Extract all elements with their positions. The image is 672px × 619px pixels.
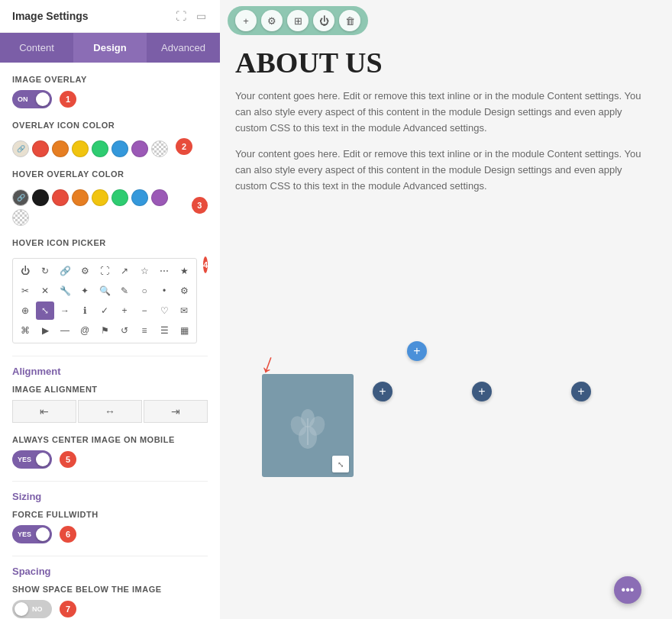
icon-cell-info[interactable]: ℹ	[76, 301, 94, 320]
toolbar-trash-btn[interactable]: 🗑	[339, 10, 360, 31]
color-swatch-dark[interactable]: 🔗	[12, 189, 29, 206]
color-swatch-blue[interactable]	[111, 140, 128, 157]
icon-cell-share[interactable]: ↗	[115, 262, 134, 280]
icon-cell-list[interactable]: ☰	[155, 321, 173, 340]
icon-cell-grid[interactable]: ▦	[175, 321, 193, 340]
icon-cell-star[interactable]: ★	[175, 262, 193, 280]
color-swatch-red2[interactable]	[52, 189, 69, 206]
icon-cell-edit[interactable]: ✎	[115, 282, 134, 300]
divider-2	[12, 481, 208, 482]
icon-cell-check[interactable]: ✓	[95, 301, 114, 320]
tab-design[interactable]: Design	[73, 33, 147, 63]
icon-cell-clock[interactable]: ↺	[115, 321, 134, 340]
add-btn-top[interactable]: +	[407, 341, 427, 361]
panel-header: Image Settings ⛶ ▭	[0, 0, 220, 33]
hover-overlay-swatches: 🔗	[12, 189, 184, 226]
color-swatch-black[interactable]	[32, 189, 49, 206]
icon-cell-minus[interactable]: −	[135, 301, 153, 320]
icon-cell-refresh[interactable]: ↻	[36, 262, 54, 280]
tab-content[interactable]: Content	[0, 33, 73, 63]
icon-cell-at[interactable]: @	[76, 321, 94, 340]
icon-cell-arrow[interactable]: →	[56, 301, 74, 320]
icon-cell-settings[interactable]: ⚙	[76, 262, 94, 280]
icon-cell-circle[interactable]: ○	[135, 282, 153, 300]
toggle-no-text: NO	[32, 605, 43, 613]
add-btn-3[interactable]: +	[571, 382, 591, 401]
icon-picker-grid: ⏻ ↻ 🔗 ⚙ ⛶ ↗ ☆ ⋯ ★ ✂ ✕ 🔧 ✦ 🔍 ✎ ○ •	[12, 258, 197, 343]
color-swatch-purple2[interactable]	[151, 189, 168, 206]
toggle-space[interactable]: NO	[12, 600, 52, 618]
icon-cell-play[interactable]: ▶	[36, 321, 54, 340]
divider-3	[12, 556, 208, 556]
color-swatch-orange[interactable]	[52, 140, 69, 157]
fullscreen-icon[interactable]: ⛶	[174, 9, 188, 23]
icon-cell-resize[interactable]: ⤡	[36, 301, 54, 320]
toggle-overlay[interactable]: ON	[12, 90, 52, 108]
image-overlay-label: Image Overlay	[12, 75, 208, 84]
toggle-center[interactable]: YES	[12, 450, 52, 469]
color-swatch-blue2[interactable]	[131, 189, 148, 206]
toggle-fullwidth[interactable]: YES	[12, 525, 52, 543]
toolbar-power-btn[interactable]: ⏻	[313, 10, 334, 31]
icon-cell-flag[interactable]: ⚑	[95, 321, 114, 340]
color-swatch-transparent2[interactable]	[12, 209, 29, 226]
toolbar-plus-btn[interactable]: +	[235, 10, 257, 31]
toggle-yes-text: YES	[18, 456, 31, 463]
icon-cell-tag[interactable]: ⌘	[16, 321, 34, 340]
add-btn-1[interactable]: +	[373, 382, 393, 401]
color-swatch-yellow2[interactable]	[92, 189, 108, 206]
about-us-heading: ABOUT US	[235, 46, 657, 79]
fab-btn[interactable]: •••	[614, 576, 641, 604]
badge-4: 4	[203, 256, 208, 273]
expand-icon[interactable]: ⤡	[332, 456, 349, 472]
color-swatch-link[interactable]: 🔗	[12, 140, 29, 157]
icon-cell-zoom[interactable]: ⊕	[16, 301, 34, 320]
collapse-icon[interactable]: ▭	[194, 9, 208, 23]
align-center-btn[interactable]: ↔	[78, 400, 142, 423]
icon-cell-lightning[interactable]: ≡	[135, 321, 153, 340]
icon-cell-cog[interactable]: ⚙	[175, 282, 193, 300]
toolbar-layout-btn[interactable]: ⊞	[287, 10, 309, 31]
icon-cell-heart[interactable]: ♡	[155, 301, 173, 320]
badge-5: 5	[60, 451, 76, 468]
overlay-icon-color-container: 🔗 2	[12, 136, 208, 157]
toggle-knob-center	[36, 453, 50, 466]
color-swatch-purple[interactable]	[131, 140, 148, 157]
icon-cell-dot[interactable]: •	[155, 282, 173, 300]
content-area: ABOUT US Your content goes here. Edit or…	[235, 46, 657, 205]
overlay-icon-color-row: Overlay Icon Color 🔗 2	[12, 121, 208, 157]
align-right-btn[interactable]: ⇥	[144, 400, 208, 423]
icon-cell-mail[interactable]: ✉	[175, 301, 193, 320]
color-swatch-green[interactable]	[92, 140, 108, 157]
icon-cell-link[interactable]: 🔗	[56, 262, 74, 280]
toggle-on-text: ON	[18, 95, 28, 103]
panel-title: Image Settings	[12, 10, 89, 22]
tab-advanced[interactable]: Advanced	[147, 33, 220, 63]
badge-3: 3	[192, 197, 208, 214]
color-swatch-orange2[interactable]	[72, 189, 89, 206]
color-swatch-red[interactable]	[32, 140, 49, 157]
color-swatch-yellow[interactable]	[72, 140, 89, 157]
toolbar-gear-btn[interactable]: ⚙	[261, 10, 283, 31]
icon-cell-expand[interactable]: ⛶	[95, 262, 114, 280]
divider-1	[12, 356, 208, 356]
icon-cell-x[interactable]: ✕	[36, 282, 54, 300]
alignment-heading: Alignment	[12, 366, 208, 377]
icon-cell-plus[interactable]: +	[115, 301, 134, 320]
icon-cell-dots[interactable]: ⋯	[155, 262, 173, 280]
icon-cell-search[interactable]: 🔍	[95, 282, 114, 300]
icon-cell-gear2[interactable]: ✦	[76, 282, 94, 300]
alignment-buttons: ⇤ ↔ ⇥	[12, 400, 208, 423]
add-btn-2[interactable]: +	[472, 382, 492, 401]
color-swatch-green2[interactable]	[111, 189, 128, 206]
toggle-knob-fullwidth	[36, 527, 50, 541]
icon-cell-star-outline[interactable]: ☆	[135, 262, 153, 280]
align-left-btn[interactable]: ⇤	[12, 400, 76, 423]
overlay-icon-color-label: Overlay Icon Color	[12, 121, 208, 130]
icon-cell-power[interactable]: ⏻	[16, 262, 34, 280]
icon-cell-scissors[interactable]: ✂	[16, 282, 34, 300]
icon-cell-dash[interactable]: —	[56, 321, 74, 340]
color-swatch-transparent[interactable]	[151, 140, 168, 157]
icon-cell-wrench[interactable]: 🔧	[56, 282, 74, 300]
sizing-heading: Sizing	[12, 491, 208, 502]
